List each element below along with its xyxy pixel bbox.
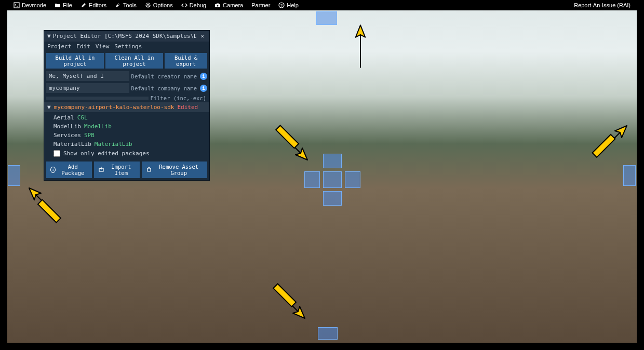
camera-label: Camera <box>223 2 243 8</box>
filter-row: Filter (inc,-exc) <box>44 94 209 102</box>
dock-target-center-west[interactable] <box>304 171 320 188</box>
viewport: Devmode File Editors Tools Options <box>7 0 637 343</box>
tools-menu[interactable]: Tools <box>112 2 140 8</box>
expand-icon[interactable]: ▼ <box>47 104 51 111</box>
project-editor-panel[interactable]: ▼ Project Editor [C:\MSFS 2024 SDK\Sampl… <box>44 30 210 181</box>
add-package-button[interactable]: + Add Package <box>46 161 92 178</box>
devmode-label: Devmode <box>22 2 46 8</box>
camera-icon <box>214 2 221 8</box>
remove-asset-label: Remove Asset Group <box>154 164 203 176</box>
report-issue[interactable]: Report-An-Issue (RAI) <box>571 2 634 8</box>
svg-point-1 <box>147 4 149 6</box>
asset-type: CGL <box>77 114 88 121</box>
file-menu[interactable]: File <box>51 2 75 8</box>
asset-type: ModelLib <box>84 123 112 130</box>
options-menu[interactable]: Options <box>142 2 176 8</box>
edited-tag: Edited <box>177 104 198 111</box>
filter-input[interactable] <box>46 97 149 100</box>
wrench-icon <box>115 2 121 8</box>
svg-rect-0 <box>14 3 19 8</box>
asset-type: SPB <box>84 132 95 139</box>
dock-target-center-north[interactable] <box>323 154 342 168</box>
info-icon[interactable]: i <box>200 73 207 80</box>
creator-row: Me, Myself and I Default creator name i <box>44 70 209 82</box>
debug-label: Debug <box>190 2 206 8</box>
svg-point-3 <box>217 5 219 7</box>
build-export-button[interactable]: Build & export <box>165 53 207 69</box>
menu-settings[interactable]: Settings <box>114 43 142 50</box>
tree-item[interactable]: Services SPB <box>44 131 209 140</box>
import-item-label: Import Item <box>106 164 136 176</box>
svg-rect-9 <box>38 200 61 223</box>
panel-titlebar[interactable]: ▼ Project Editor [C:\MSFS 2024 SDK\Sampl… <box>44 31 209 42</box>
dock-target-center-south[interactable] <box>323 191 342 206</box>
panel-menu: Project Edit View Settings <box>44 42 209 51</box>
folder-icon <box>55 2 61 8</box>
editors-menu[interactable]: Editors <box>77 2 110 8</box>
panel-title-text: Project Editor [C:\MSFS 2024 SDK\Samples… <box>53 33 197 39</box>
annotation-arrow <box>592 119 633 161</box>
annotation-arrow <box>331 16 390 75</box>
dock-target-center[interactable] <box>323 171 342 188</box>
options-label: Options <box>153 2 173 8</box>
tree-item[interactable]: MaterialLib MaterialLib <box>44 140 209 149</box>
panel-action-row: Build All in project Clean All in projec… <box>44 51 209 70</box>
asset-name: MaterialLib <box>53 141 91 147</box>
menu-edit[interactable]: Edit <box>76 43 90 50</box>
creator-input[interactable]: Me, Myself and I <box>46 71 129 81</box>
tree-item[interactable]: Aerial CGL <box>44 113 209 122</box>
company-label: Default company name <box>131 85 198 91</box>
import-item-button[interactable]: Import Item <box>94 161 140 178</box>
asset-type: MaterialLib <box>95 141 132 147</box>
asset-tree: Aerial CGL ModelLib ModelLib Services SP… <box>44 112 209 159</box>
filter-label: Filter (inc,-exc) <box>151 95 207 101</box>
tree-item[interactable]: ModelLib ModelLib <box>44 122 209 131</box>
collapse-icon[interactable]: ▼ <box>47 33 51 39</box>
dock-target-center-east[interactable] <box>345 171 360 188</box>
camera-menu[interactable]: Camera <box>211 2 246 8</box>
asset-name: ModelLib <box>53 123 81 130</box>
annotation-arrow <box>270 283 311 325</box>
info-icon[interactable]: i <box>200 85 207 92</box>
dock-target-right[interactable] <box>623 165 636 186</box>
dock-target-bottom[interactable] <box>318 327 338 340</box>
tools-label: Tools <box>123 2 137 8</box>
annotation-arrow <box>272 125 314 166</box>
svg-text:?: ? <box>280 3 283 8</box>
debug-menu[interactable]: Debug <box>178 2 209 8</box>
annotation-arrow <box>23 182 64 223</box>
editors-label: Editors <box>89 2 106 8</box>
add-package-label: Add Package <box>58 164 88 176</box>
remove-asset-button[interactable]: Remove Asset Group <box>142 161 207 178</box>
panel-bottom-bar: + Add Package Import Item Remove Asset G… <box>44 159 209 180</box>
show-edited-row[interactable]: Show only edited packages <box>44 149 209 158</box>
clean-all-button[interactable]: Clean All in project <box>105 53 163 69</box>
asset-name: Aerial <box>53 114 74 121</box>
dock-target-top[interactable] <box>316 11 337 25</box>
partner-menu[interactable]: Partner <box>248 2 273 8</box>
show-edited-checkbox[interactable] <box>53 150 60 157</box>
pencil-icon <box>81 2 87 8</box>
svg-rect-11 <box>273 284 296 307</box>
help-menu[interactable]: ? Help <box>275 2 302 8</box>
devmode-menu[interactable]: Devmode <box>10 2 49 8</box>
package-header[interactable]: ▼ mycompany-airport-kalo-waterloo-sdk Ed… <box>44 102 209 112</box>
build-all-button[interactable]: Build All in project <box>46 53 104 69</box>
svg-rect-4 <box>217 4 219 5</box>
dock-target-left[interactable] <box>8 165 20 186</box>
show-edited-label: Show only edited packages <box>63 150 150 157</box>
menu-view[interactable]: View <box>96 43 110 50</box>
devmode-icon <box>14 2 20 8</box>
company-input[interactable]: mycompany <box>46 83 129 93</box>
menu-project[interactable]: Project <box>47 43 71 50</box>
file-label: File <box>63 2 72 8</box>
asset-name: Services <box>53 132 81 139</box>
report-label: Report-An-Issue (RAI) <box>574 2 630 8</box>
creator-label: Default creator name <box>131 73 198 79</box>
help-label: Help <box>287 2 299 8</box>
code-icon <box>181 2 187 8</box>
trash-icon <box>146 166 152 173</box>
close-icon[interactable]: ✕ <box>198 33 206 39</box>
main-menubar: Devmode File Editors Tools Options <box>7 0 637 10</box>
company-row: mycompany Default company name i <box>44 82 209 94</box>
